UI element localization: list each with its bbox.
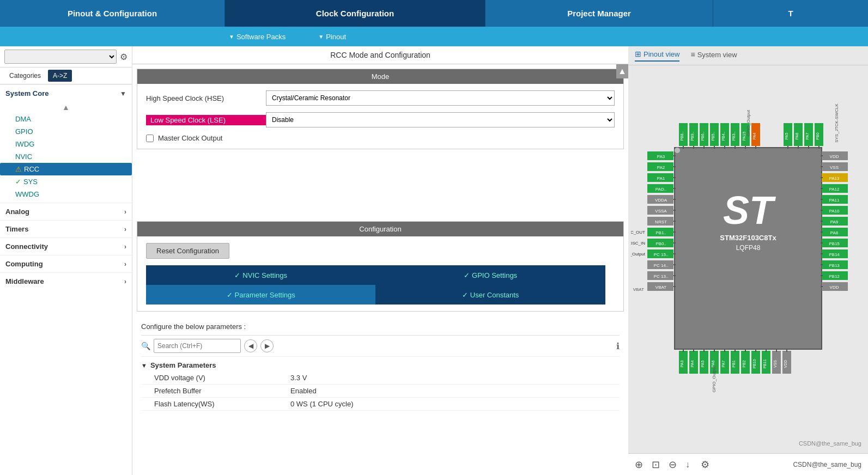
config-tabs: ✓ NVIC Settings ✓ GPIO Settings ✓ Parame… (146, 265, 615, 305)
svg-text:PA9: PA9 (830, 220, 839, 224)
svg-text:PA12: PA12 (829, 187, 840, 192)
sidebar-item-nvic[interactable]: NVIC (0, 150, 132, 163)
svg-text:NRST: NRST (655, 220, 667, 224)
category-search-dropdown[interactable] (4, 50, 117, 64)
svg-text:PB0..: PB0.. (655, 241, 666, 246)
rcc-panel-title: RCC Mode and Configuration (132, 46, 628, 64)
sidebar-section-analog[interactable]: Analog › (0, 203, 132, 220)
sidebar-section-system-core[interactable]: System Core ▼ (0, 84, 132, 102)
svg-text:VSS: VSS (773, 360, 777, 368)
chevron-down-icon: ▼ (120, 90, 126, 98)
sidebar-item-rcc[interactable]: ⚠ RCC (0, 163, 132, 175)
sidebar-tab-categories[interactable]: Categories (4, 70, 46, 82)
sidebar-item-iwdg[interactable]: IWDG (0, 138, 132, 150)
svg-text:PB13: PB13 (829, 263, 840, 268)
sidebar-tab-atoz[interactable]: A->Z (48, 70, 72, 82)
chevron-right-icon: › (124, 226, 126, 233)
params-search-input[interactable] (154, 339, 241, 353)
chevron-right-icon: › (124, 243, 126, 251)
params-section: Configure the below parameters : 🔍 ◀ ▶ ℹ… (132, 316, 628, 415)
sidebar-section-middleware[interactable]: Middleware › (0, 272, 132, 290)
zoom-in-button[interactable]: ⊕ (635, 459, 643, 471)
zoom-out-button[interactable]: ⊖ (669, 459, 677, 471)
sidebar-item-wwdg[interactable]: WWDG (0, 188, 132, 200)
params-next-button[interactable]: ▶ (260, 339, 274, 352)
tab-pinout-view[interactable]: ⊞ Pinout view (635, 50, 679, 62)
svg-text:PB12: PB12 (829, 274, 840, 279)
export-button[interactable]: ↓ (685, 460, 690, 470)
svg-text:PA5: PA5 (785, 133, 788, 140)
lse-label: Low Speed Clock (LSE) (146, 115, 266, 125)
svg-text:PA15: PA15 (742, 132, 746, 141)
tab-gpio-settings[interactable]: ✓ GPIO Settings (375, 265, 605, 285)
tab-user-constants[interactable]: ✓ User Constants (375, 285, 605, 305)
params-title: Configure the below parameters : (141, 320, 620, 336)
svg-text:PC 13..: PC 13.. (654, 274, 669, 279)
svg-text:PB14: PB14 (829, 252, 840, 257)
lse-select[interactable]: Disable Crystal/Ceramic Resonator BYPASS… (266, 112, 615, 127)
tab-nvic-settings[interactable]: ✓ NVIC Settings (146, 265, 375, 285)
config-header: Configuration (137, 222, 623, 236)
svg-point-1 (675, 148, 680, 153)
svg-text:GPIO_Output: GPIO_Output (746, 109, 751, 136)
svg-text:PA11: PA11 (829, 198, 840, 203)
svg-text:PB15: PB15 (829, 241, 840, 246)
sys-params-list: VDD voltage (V) 3.3 V Prefetch Buffer En… (141, 372, 620, 411)
sidebar-item-dma[interactable]: DMA (0, 113, 132, 125)
mode-header: Mode (137, 69, 623, 84)
svg-text:PB0: PB0 (816, 132, 820, 139)
sidebar-item-sys[interactable]: ✓ SYS (0, 175, 132, 188)
svg-text:VBAT: VBAT (633, 287, 644, 292)
param-row-prefetch: Prefetch Buffer Enabled (141, 385, 620, 398)
svg-text:PB8..: PB8.. (680, 131, 684, 141)
tab-clock-configuration[interactable]: Clock Configuration (225, 0, 485, 27)
svg-text:PB2: PB2 (742, 360, 746, 367)
svg-text:PA4: PA4 (752, 133, 756, 140)
scroll-right-btn[interactable]: ▲ (616, 64, 628, 78)
scroll-up-icon[interactable]: ▲ (62, 103, 70, 112)
svg-text:GPIO_Output: GPIO_Output (631, 252, 646, 257)
svg-text:PB1..: PB1.. (655, 230, 666, 235)
svg-text:PA3: PA3 (657, 154, 665, 159)
svg-text:PA2: PA2 (657, 165, 665, 170)
gear-icon[interactable]: ⚙ (120, 52, 128, 62)
reset-config-button[interactable]: Reset Configuration (146, 243, 229, 259)
hse-label: High Speed Clock (HSE) (146, 94, 266, 102)
sidebar-item-gpio[interactable]: GPIO (0, 125, 132, 138)
svg-text:RCC_OSC_IN: RCC_OSC_IN (631, 241, 645, 246)
list-icon: ≡ (690, 50, 695, 59)
svg-text:PA8: PA8 (830, 230, 839, 235)
svg-text:PB5..: PB5.. (711, 131, 715, 141)
chip-view: ST STM32F103C8Tx LQFP48 PA3 PA2 PA1 PAD. (628, 65, 868, 453)
sidebar-section-connectivity[interactable]: Connectivity › (0, 238, 132, 255)
svg-text:PA4: PA4 (690, 361, 694, 368)
subnav-software-packs[interactable]: ▼ Software Packs (229, 33, 286, 41)
svg-text:VDD: VDD (784, 360, 787, 368)
svg-text:VBAT: VBAT (655, 285, 666, 290)
subnav-pinout[interactable]: ▼ Pinout (318, 33, 346, 41)
hse-select[interactable]: Crystal/Ceramic Resonator Disable BYPASS… (266, 90, 615, 106)
info-icon[interactable]: ℹ (616, 341, 620, 351)
svg-text:VDD: VDD (830, 285, 839, 290)
grid-icon: ⊞ (635, 50, 641, 58)
params-prev-button[interactable]: ◀ (244, 339, 257, 352)
right-panel: ⊞ Pinout view ≡ System view ST STM32F103… (628, 46, 868, 475)
svg-text:VSSA: VSSA (655, 209, 667, 214)
svg-text:PA13: PA13 (829, 176, 840, 181)
tab-system-view[interactable]: ≡ System view (690, 50, 737, 61)
sidebar-section-timers[interactable]: Timers › (0, 220, 132, 238)
svg-text:PC 14..: PC 14.. (654, 263, 669, 268)
chevron-right-icon: › (124, 208, 126, 216)
mco-checkbox[interactable] (146, 135, 154, 142)
bottom-info-text: CSDN@the_same_bug (793, 461, 861, 468)
fit-view-button[interactable]: ⊡ (652, 459, 660, 471)
sys-params-header[interactable]: ▼ System Parameters (141, 357, 620, 372)
settings-button[interactable]: ⚙ (701, 459, 709, 471)
tab-parameter-settings[interactable]: ✓ Parameter Settings (146, 285, 375, 305)
tab-extra[interactable]: T (713, 0, 868, 27)
svg-text:PC 15..: PC 15.. (654, 252, 669, 257)
tab-pinout-configuration[interactable]: Pinout & Configuration (0, 0, 225, 27)
tab-project-manager[interactable]: Project Manager (485, 0, 713, 27)
svg-text:VDDA: VDDA (655, 198, 667, 203)
sidebar-section-computing[interactable]: Computing › (0, 255, 132, 272)
